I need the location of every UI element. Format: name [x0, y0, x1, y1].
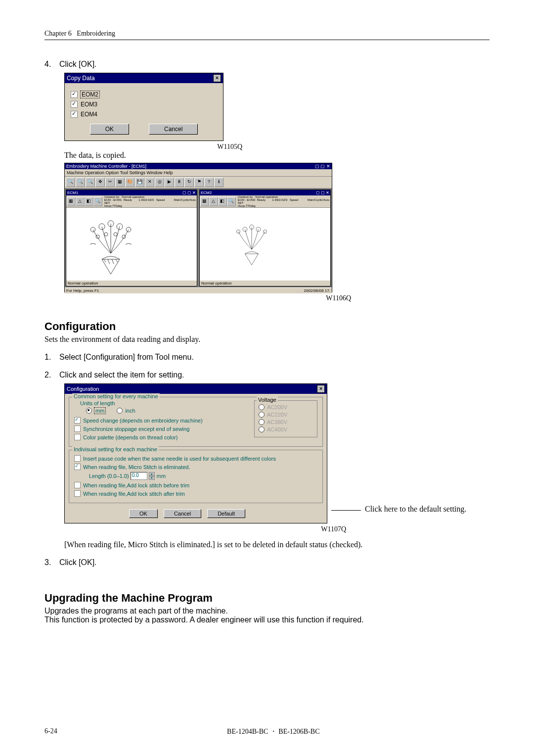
toolbar[interactable]: 🔍 🔍 🔍 ✥ ✂ ▦ 🎨 💾 ✕ ◎ ▶ ⏸ ↻ ⚑ ? ℹ [65, 177, 332, 189]
pause-icon[interactable]: ⏸ [175, 178, 184, 187]
opt-palette[interactable]: Color palette (depends on thread color) [74, 434, 249, 440]
checkbox-icon[interactable] [74, 434, 81, 440]
voltage-label: Voltage [257, 397, 278, 403]
radio-icon[interactable] [86, 408, 92, 414]
ok-button[interactable]: OK [129, 509, 158, 518]
canvas-right[interactable] [200, 208, 330, 280]
tool-icon[interactable]: ▦ [67, 197, 76, 206]
spinner[interactable]: ▲▼ [149, 472, 155, 480]
checkbox-icon[interactable] [71, 111, 78, 118]
checkbox-icon[interactable] [74, 490, 81, 497]
play-icon[interactable]: ▶ [165, 178, 174, 187]
upgrade-line1: Upgrades the programs at each part of th… [44, 607, 490, 615]
tool-icon[interactable]: 🔍 [227, 197, 236, 206]
ok-button[interactable]: OK [90, 124, 129, 135]
unit-inch[interactable]: inch [117, 408, 135, 414]
grid-icon[interactable]: ▦ [115, 178, 125, 187]
copy-data-dialog-figure: Copy Data × EOM2 EOM3 EOM4 OK Cancel [64, 73, 490, 141]
step-1: 1. Select [Configuration] from Tool menu… [44, 353, 490, 362]
figure-label: W1105Q [64, 143, 242, 151]
child-toolbar[interactable]: ▦ △ ◧ 🔍 Creation by Normal operation ECM… [66, 195, 197, 208]
refresh-icon[interactable]: ↻ [184, 178, 194, 187]
voltage-option[interactable]: AC220V [259, 412, 313, 418]
default-button[interactable]: Default [207, 509, 245, 518]
window-titlebar: Embroidery Machine Controller - [ECM1] ▢… [65, 163, 332, 169]
opt-pause[interactable]: Insert pause code when the same needle i… [74, 455, 317, 462]
cut-icon[interactable]: ✂ [105, 178, 115, 187]
radio-icon[interactable] [259, 412, 265, 418]
close-icon[interactable]: × [317, 385, 325, 393]
step-num: 3. [44, 558, 59, 567]
mdi-window-figure: Embroidery Machine Controller - [ECM1] ▢… [64, 163, 490, 292]
canvas-left[interactable] [66, 208, 197, 280]
opt-before-trim[interactable]: When reading file,Add lock stitch before… [74, 482, 317, 488]
delete-icon[interactable]: ✕ [145, 178, 154, 187]
tool-icon[interactable]: 🔍 [93, 197, 102, 206]
copy-data-dialog: Copy Data × EOM2 EOM3 EOM4 OK Cancel [64, 73, 223, 141]
move-icon[interactable]: ✥ [95, 178, 105, 187]
opt-speed[interactable]: Speed change (depends on embroidery mach… [74, 417, 249, 424]
menubar[interactable]: Machine Operation Option Tool Settings W… [65, 169, 332, 177]
cancel-button[interactable]: Cancel [164, 509, 201, 518]
dialog-buttons: OK Cancel Default [65, 506, 327, 523]
help-icon[interactable]: ? [204, 178, 214, 187]
dialog-title: Copy Data [67, 75, 95, 82]
opt-micro[interactable]: When reading file, Micro Stitch is elimi… [74, 464, 317, 470]
checkbox-icon[interactable] [74, 464, 81, 470]
unit-mm[interactable]: mm [86, 408, 105, 414]
tool-icon[interactable]: ▦ [200, 197, 209, 206]
checkbox-row-eom4[interactable]: EOM4 [71, 111, 217, 118]
child-toolbar[interactable]: ▦ △ ◧ 🔍 Creation by Normal operation ECM… [200, 195, 330, 208]
radio-icon[interactable] [259, 404, 265, 410]
dialog-titlebar: Configuration × [65, 384, 327, 394]
color-icon[interactable]: 🎨 [125, 178, 134, 187]
callout-text: Click here to the default setting. [365, 505, 466, 514]
status-datetime: 2002/06/08 17: [304, 288, 330, 293]
step-num: 2. [44, 371, 59, 379]
radio-icon[interactable] [117, 408, 123, 414]
opt-sync[interactable]: Synchronize stoppage except end of sewin… [74, 425, 249, 432]
voltage-option[interactable]: AC400V [259, 426, 313, 432]
length-input[interactable]: 0.0 [131, 472, 147, 480]
zoom-fit-icon[interactable]: 🔍 [86, 178, 95, 187]
configuration-heading: Configuration [44, 320, 490, 333]
dialog-title: Configuration [67, 386, 99, 392]
cancel-button[interactable]: Cancel [149, 124, 198, 135]
checkbox-row-eom2[interactable]: EOM2 [71, 91, 217, 98]
checkbox-row-eom3[interactable]: EOM3 [71, 101, 217, 108]
stop-icon[interactable]: ◎ [155, 178, 164, 187]
tool-icon[interactable]: ◧ [85, 197, 93, 206]
checkbox-icon[interactable] [74, 417, 81, 424]
flag-icon[interactable]: ⚑ [194, 178, 204, 187]
upgrade-line2: This function is protected by a password… [44, 615, 490, 624]
voltage-option[interactable]: AC200V [259, 404, 313, 410]
callout-line [331, 510, 361, 511]
radio-icon[interactable] [259, 426, 265, 432]
close-icon[interactable]: × [213, 74, 221, 82]
opt-after-trim[interactable]: When reading file,Add lock stitch after … [74, 490, 317, 497]
group-title: Indivisual setting for each machine [72, 446, 159, 452]
checkbox-icon[interactable] [74, 455, 81, 462]
tool-icon[interactable]: ◧ [218, 197, 227, 206]
page-header: Chapter 6 Embroidering [44, 30, 490, 40]
tool-icon[interactable]: △ [209, 197, 218, 206]
step-num: 4. [44, 60, 59, 69]
step-text: Click and select the item for setting. [59, 371, 184, 379]
mdi-child-left: ECM1▢ ▢ ✕ ▦ △ ◧ 🔍 Creation by Normal ope… [66, 189, 197, 286]
zoom-out-icon[interactable]: 🔍 [76, 178, 85, 187]
checkbox-icon[interactable] [74, 425, 81, 432]
voltage-option[interactable]: AC380V [259, 419, 313, 425]
checkbox-label: EOM2 [81, 91, 99, 98]
window-controls[interactable]: ▢ ▢ ✕ [315, 164, 330, 169]
tool-icon[interactable]: △ [76, 197, 85, 206]
about-icon[interactable]: ℹ [214, 178, 223, 187]
zoom-in-icon[interactable]: 🔍 [66, 178, 75, 187]
save-icon[interactable]: 💾 [135, 178, 144, 187]
radio-icon[interactable] [259, 419, 265, 425]
child-titlebar: ECM2▢ ▢ ✕ [200, 190, 330, 195]
window-title: Embroidery Machine Controller - [ECM1] [66, 164, 146, 169]
checkbox-icon[interactable] [71, 91, 78, 98]
status-help: For Help, press F1 [66, 288, 99, 293]
checkbox-icon[interactable] [74, 482, 81, 488]
checkbox-icon[interactable] [71, 101, 78, 108]
